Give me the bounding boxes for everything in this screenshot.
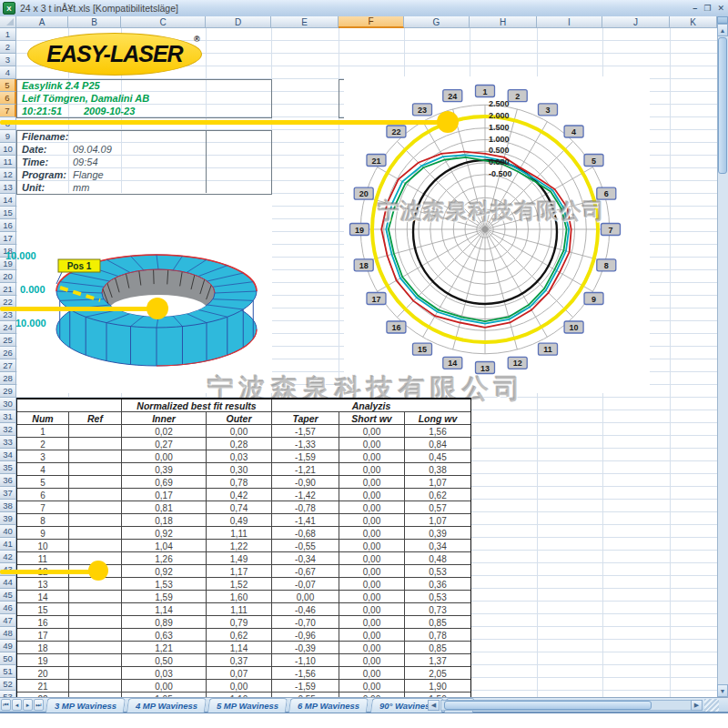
table-cell[interactable]: 1,59 [122, 591, 207, 603]
table-cell[interactable]: 1,22 [207, 540, 272, 552]
table-cell[interactable]: 0,00 [339, 540, 405, 552]
table-cell[interactable]: 0,49 [207, 514, 272, 527]
table-cell[interactable]: 0,00 [207, 680, 272, 693]
table-cell[interactable]: 0,00 [339, 680, 405, 693]
table-cell[interactable]: 0,37 [207, 654, 272, 667]
table-cell[interactable]: 1,53 [122, 578, 207, 591]
table-cell[interactable]: 0,48 [405, 552, 470, 565]
table-cell[interactable]: 3 [17, 450, 69, 463]
table-cell[interactable]: 0,00 [122, 680, 207, 693]
row-header-17[interactable]: 17 [0, 232, 16, 245]
table-cell[interactable]: 0,85 [405, 616, 470, 629]
row-header-6[interactable]: 6 [0, 92, 16, 105]
table-cell[interactable] [69, 527, 122, 540]
table-cell[interactable]: 18 [17, 642, 69, 654]
table-cell[interactable]: 0,00 [339, 642, 405, 654]
table-cell[interactable]: 21 [17, 680, 69, 693]
table-cell[interactable]: -1,10 [272, 654, 339, 667]
table-cell[interactable]: 1,56 [405, 425, 470, 438]
table-cell[interactable]: 0,92 [122, 527, 207, 540]
table-cell[interactable]: 16 [17, 616, 69, 629]
table-cell[interactable]: 1,07 [405, 514, 470, 527]
meta-value[interactable]: 09:54 [73, 157, 98, 167]
table-cell[interactable]: -0,55 [272, 540, 339, 552]
table-cell[interactable]: 1,37 [405, 654, 470, 667]
sheet-tab-4-mp-waviness[interactable]: 4 MP Waviness [126, 698, 207, 713]
row-header-10[interactable]: 10 [0, 143, 16, 156]
row-header-1[interactable]: 1 [0, 28, 16, 41]
row-header-42[interactable]: 42 [0, 551, 16, 563]
table-cell[interactable]: 0,00 [207, 425, 272, 438]
scroll-up-arrow[interactable]: ▲ [717, 24, 728, 36]
table-cell[interactable]: 0,69 [122, 476, 207, 489]
table-cell[interactable]: 0,03 [207, 450, 272, 463]
row-header-7[interactable]: 7 [0, 105, 16, 117]
resize-grip[interactable] [704, 699, 719, 712]
row-header-5[interactable]: 5 [0, 79, 16, 92]
column-header-J[interactable]: J [602, 16, 670, 28]
tab-nav-next[interactable]: ▸ [23, 699, 33, 711]
table-cell[interactable] [69, 591, 122, 603]
table-cell[interactable]: 0,00 [339, 552, 405, 565]
column-header-K[interactable]: K [670, 16, 717, 28]
table-cell[interactable]: 11 [17, 552, 69, 565]
table-cell[interactable]: 1,49 [207, 552, 272, 565]
table-cell[interactable]: 20 [17, 667, 69, 680]
table-cell[interactable]: 0,62 [207, 629, 272, 642]
table-cell[interactable]: 0,00 [339, 616, 405, 629]
table-cell[interactable]: 2 [17, 438, 69, 450]
row-header-29[interactable]: 29 [0, 385, 16, 398]
table-cell[interactable]: 0,39 [405, 527, 470, 540]
row-header-40[interactable]: 40 [0, 525, 16, 538]
table-cell[interactable]: 1,07 [405, 476, 470, 489]
table-cell[interactable]: -1,56 [272, 667, 339, 680]
table-cell[interactable]: 0,34 [405, 540, 470, 552]
table-cell[interactable] [69, 642, 122, 654]
row-header-3[interactable]: 3 [0, 54, 16, 66]
table-cell[interactable]: -0,46 [272, 603, 339, 616]
select-all-corner[interactable] [0, 16, 16, 28]
row-header-52[interactable]: 52 [0, 678, 16, 691]
table-cell[interactable]: 1,11 [207, 603, 272, 616]
row-header-21[interactable]: 21 [0, 283, 16, 296]
table-cell[interactable]: -0,39 [272, 642, 339, 654]
row-header-11[interactable]: 11 [0, 156, 16, 168]
row-header-37[interactable]: 37 [0, 487, 16, 500]
table-cell[interactable]: 0,00 [339, 438, 405, 450]
table-cell[interactable]: 0,00 [339, 565, 405, 578]
table-cell[interactable]: -0,68 [272, 527, 339, 540]
row-header-31[interactable]: 31 [0, 410, 16, 423]
table-cell[interactable]: 1,26 [122, 552, 207, 565]
row-header-38[interactable]: 38 [0, 500, 16, 512]
close-button[interactable]: ✕ [717, 4, 724, 13]
table-cell[interactable]: 15 [17, 603, 69, 616]
table-cell[interactable]: -1,33 [272, 438, 339, 450]
tab-nav-last[interactable]: ⏭ [34, 699, 44, 711]
table-cell[interactable] [69, 425, 122, 438]
table-cell[interactable]: 0,78 [405, 629, 470, 642]
tab-nav-prev[interactable]: ◂ [12, 699, 22, 711]
table-cell[interactable]: 0,00 [339, 629, 405, 642]
row-header-51[interactable]: 51 [0, 665, 16, 678]
table-cell[interactable]: 1,60 [207, 591, 272, 603]
table-cell[interactable]: 1,21 [122, 642, 207, 654]
table-cell[interactable]: -0,07 [272, 578, 339, 591]
row-header-2[interactable]: 2 [0, 41, 16, 54]
column-header-H[interactable]: H [470, 16, 537, 28]
table-cell[interactable]: 14 [17, 591, 69, 603]
table-cell[interactable]: 0,39 [122, 463, 207, 476]
flange-3d-chart[interactable]: Pos 1 [17, 182, 337, 400]
sheet-tab-6-mp-waviness[interactable]: 6 MP Waviness [288, 698, 369, 713]
table-cell[interactable]: 0,89 [122, 616, 207, 629]
table-cell[interactable]: -0,90 [272, 476, 339, 489]
table-cell[interactable]: 0,00 [339, 591, 405, 603]
table-cell[interactable]: 0,73 [405, 603, 470, 616]
table-cell[interactable]: 0,50 [122, 654, 207, 667]
split-handle[interactable] [717, 16, 728, 24]
table-cell[interactable]: -1,59 [272, 680, 339, 693]
column-header-C[interactable]: C [121, 16, 206, 28]
row-header-16[interactable]: 16 [0, 219, 16, 232]
tab-nav-first[interactable]: ⏮ [1, 699, 11, 711]
row-header-30[interactable]: 30 [0, 398, 16, 410]
meta-value[interactable]: 09.04.09 [73, 144, 112, 155]
